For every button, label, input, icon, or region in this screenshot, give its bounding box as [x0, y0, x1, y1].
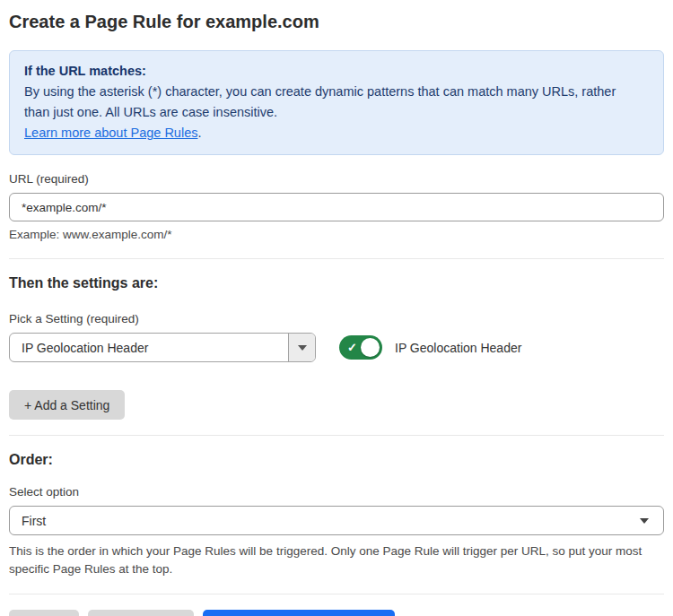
url-example-hint: Example: www.example.com/* [9, 227, 664, 243]
setting-select[interactable]: IP Geolocation Header [9, 333, 316, 362]
create-page-rule-panel: Create a Page Rule for example.com If th… [0, 0, 673, 616]
divider [9, 435, 664, 436]
ip-geolocation-toggle[interactable]: ✓ [339, 335, 382, 360]
save-deploy-button[interactable]: Save and Deploy Page Rule [203, 610, 395, 616]
save-draft-button[interactable]: Save as Draft [88, 610, 195, 616]
setting-select-value: IP Geolocation Header [10, 334, 288, 361]
check-icon: ✓ [347, 340, 357, 355]
order-section-heading: Order: [9, 451, 664, 468]
url-field-label: URL (required) [9, 171, 664, 187]
info-box-heading: If the URL matches: [24, 61, 649, 82]
url-input[interactable] [9, 193, 664, 221]
toggle-label: IP Geolocation Header [395, 341, 521, 355]
cancel-button[interactable]: Cancel [9, 610, 79, 616]
info-box-body: By using the asterisk (*) character, you… [24, 82, 643, 123]
url-matches-info-box: If the URL matches: By using the asteris… [9, 50, 664, 155]
order-select-value: First [22, 514, 46, 528]
pick-setting-label: Pick a Setting (required) [9, 311, 664, 326]
action-bar: Cancel Save as Draft Save and Deploy Pag… [9, 610, 664, 616]
order-hint: This is the order in which your Page Rul… [9, 542, 664, 578]
divider [9, 258, 664, 259]
chevron-down-icon [298, 345, 307, 351]
settings-section-heading: Then the settings are: [9, 274, 664, 291]
setting-select-caret-button[interactable] [288, 334, 315, 361]
info-box-link-line: Learn more about Page Rules. [24, 123, 649, 143]
order-select[interactable]: First [9, 506, 664, 535]
add-setting-button[interactable]: + Add a Setting [9, 390, 125, 420]
order-select-label: Select option [9, 484, 664, 499]
page-title: Create a Page Rule for example.com [9, 11, 664, 32]
link-suffix: . [197, 126, 201, 140]
toggle-knob [361, 338, 380, 357]
setting-row: IP Geolocation Header ✓ IP Geolocation H… [9, 333, 664, 362]
chevron-down-icon [640, 518, 649, 524]
divider [9, 594, 664, 594]
learn-more-link[interactable]: Learn more about Page Rules [24, 126, 197, 140]
